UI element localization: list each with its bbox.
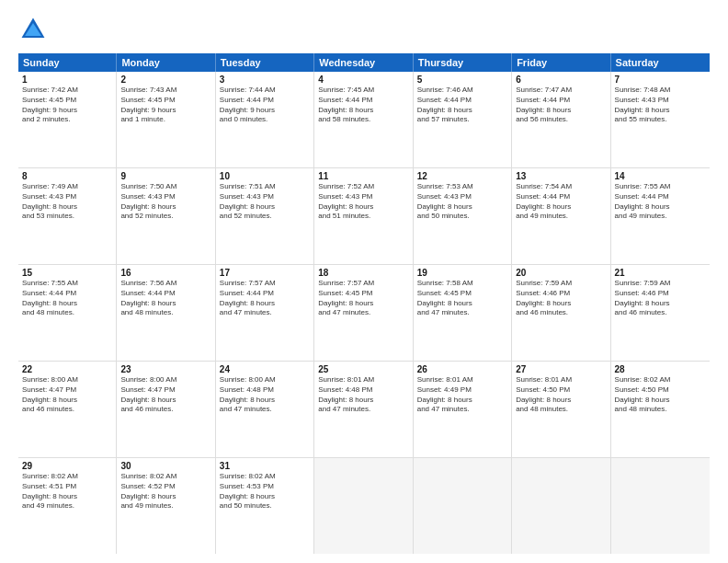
day-info: Sunrise: 8:00 AM Sunset: 4:47 PM Dayligh… [120,375,210,415]
cal-cell: 27Sunrise: 8:01 AM Sunset: 4:50 PM Dayli… [512,362,610,457]
day-info: Sunrise: 7:50 AM Sunset: 4:43 PM Dayligh… [120,182,210,222]
day-number: 29 [22,461,112,471]
cal-cell: 28Sunrise: 8:02 AM Sunset: 4:50 PM Dayli… [611,362,710,457]
day-number: 19 [417,268,507,278]
cal-cell: 22Sunrise: 8:00 AM Sunset: 4:47 PM Dayli… [18,362,117,457]
day-info: Sunrise: 7:57 AM Sunset: 4:45 PM Dayligh… [318,279,408,318]
cal-cell: 4Sunrise: 7:45 AM Sunset: 4:44 PM Daylig… [314,72,413,167]
cal-cell: 13Sunrise: 7:54 AM Sunset: 4:44 PM Dayli… [512,168,610,264]
day-number: 6 [516,75,606,85]
cal-cell: 12Sunrise: 7:53 AM Sunset: 4:43 PM Dayli… [414,168,512,264]
day-info: Sunrise: 7:55 AM Sunset: 4:44 PM Dayligh… [615,182,706,222]
cal-header-cell: Monday [117,53,215,72]
day-info: Sunrise: 8:02 AM Sunset: 4:52 PM Dayligh… [120,472,210,511]
day-number: 21 [615,268,706,278]
day-number: 23 [120,364,210,374]
day-info: Sunrise: 7:45 AM Sunset: 4:44 PM Dayligh… [318,86,408,125]
day-info: Sunrise: 7:58 AM Sunset: 4:45 PM Dayligh… [417,279,507,318]
cal-cell: 2Sunrise: 7:43 AM Sunset: 4:45 PM Daylig… [117,72,215,167]
day-number: 9 [120,171,210,181]
cal-cell: 20Sunrise: 7:59 AM Sunset: 4:46 PM Dayli… [512,265,610,361]
cal-header-cell: Friday [512,53,610,72]
day-number: 31 [220,461,310,471]
calendar-header: SundayMondayTuesdayWednesdayThursdayFrid… [18,53,710,72]
page: SundayMondayTuesdayWednesdayThursdayFrid… [0,0,728,563]
cal-cell: 19Sunrise: 7:58 AM Sunset: 4:45 PM Dayli… [414,265,512,361]
day-number: 14 [615,171,706,181]
cal-cell [611,458,710,554]
day-number: 8 [22,171,112,181]
cal-cell: 26Sunrise: 8:01 AM Sunset: 4:49 PM Dayli… [414,362,512,457]
cal-cell: 8Sunrise: 7:49 AM Sunset: 4:43 PM Daylig… [18,168,117,264]
day-number: 25 [318,364,408,374]
day-info: Sunrise: 7:43 AM Sunset: 4:45 PM Dayligh… [120,86,210,125]
day-number: 5 [417,75,507,85]
day-number: 13 [516,171,606,181]
day-info: Sunrise: 7:55 AM Sunset: 4:44 PM Dayligh… [22,279,112,318]
cal-cell: 3Sunrise: 7:44 AM Sunset: 4:44 PM Daylig… [216,72,314,167]
cal-cell [314,458,413,554]
cal-cell [414,458,512,554]
cal-cell: 24Sunrise: 8:00 AM Sunset: 4:48 PM Dayli… [216,362,314,457]
cal-header-cell: Wednesday [314,53,413,72]
cal-cell: 10Sunrise: 7:51 AM Sunset: 4:43 PM Dayli… [216,168,314,264]
day-info: Sunrise: 7:53 AM Sunset: 4:43 PM Dayligh… [417,182,507,222]
day-number: 2 [120,75,210,85]
cal-cell: 5Sunrise: 7:46 AM Sunset: 4:44 PM Daylig… [414,72,512,167]
day-info: Sunrise: 8:01 AM Sunset: 4:48 PM Dayligh… [318,375,408,415]
cal-cell: 29Sunrise: 8:02 AM Sunset: 4:51 PM Dayli… [18,458,117,554]
cal-cell: 11Sunrise: 7:52 AM Sunset: 4:43 PM Dayli… [314,168,413,264]
cal-cell: 1Sunrise: 7:42 AM Sunset: 4:45 PM Daylig… [18,72,117,167]
day-info: Sunrise: 7:52 AM Sunset: 4:43 PM Dayligh… [318,182,408,222]
cal-cell: 30Sunrise: 8:02 AM Sunset: 4:52 PM Dayli… [117,458,215,554]
cal-row: 15Sunrise: 7:55 AM Sunset: 4:44 PM Dayli… [18,265,710,362]
cal-row: 22Sunrise: 8:00 AM Sunset: 4:47 PM Dayli… [18,362,710,458]
day-number: 15 [22,268,112,278]
cal-cell: 23Sunrise: 8:00 AM Sunset: 4:47 PM Dayli… [117,362,215,457]
cal-cell: 16Sunrise: 7:56 AM Sunset: 4:44 PM Dayli… [117,265,215,361]
day-number: 27 [516,364,606,374]
day-number: 22 [22,364,112,374]
day-info: Sunrise: 7:57 AM Sunset: 4:44 PM Dayligh… [220,279,310,318]
cal-cell: 6Sunrise: 7:47 AM Sunset: 4:44 PM Daylig… [512,72,610,167]
day-info: Sunrise: 7:49 AM Sunset: 4:43 PM Dayligh… [22,182,112,222]
cal-cell: 9Sunrise: 7:50 AM Sunset: 4:43 PM Daylig… [117,168,215,264]
day-number: 12 [417,171,507,181]
logo-icon [18,15,48,44]
day-number: 10 [220,171,310,181]
day-info: Sunrise: 7:54 AM Sunset: 4:44 PM Dayligh… [516,182,606,222]
day-info: Sunrise: 7:47 AM Sunset: 4:44 PM Dayligh… [516,86,606,125]
cal-header-cell: Tuesday [216,53,314,72]
logo [18,15,51,44]
day-info: Sunrise: 7:42 AM Sunset: 4:45 PM Dayligh… [22,86,112,125]
day-info: Sunrise: 8:02 AM Sunset: 4:53 PM Dayligh… [220,472,310,511]
day-info: Sunrise: 8:00 AM Sunset: 4:48 PM Dayligh… [220,375,310,415]
calendar-body: 1Sunrise: 7:42 AM Sunset: 4:45 PM Daylig… [18,72,710,554]
cal-row: 29Sunrise: 8:02 AM Sunset: 4:51 PM Dayli… [18,458,710,554]
cal-cell: 31Sunrise: 8:02 AM Sunset: 4:53 PM Dayli… [216,458,314,554]
day-number: 4 [318,75,408,85]
cal-header-cell: Thursday [414,53,512,72]
day-number: 16 [120,268,210,278]
day-info: Sunrise: 7:51 AM Sunset: 4:43 PM Dayligh… [220,182,310,222]
calendar: SundayMondayTuesdayWednesdayThursdayFrid… [18,53,710,554]
cal-cell: 25Sunrise: 8:01 AM Sunset: 4:48 PM Dayli… [314,362,413,457]
day-number: 26 [417,364,507,374]
cal-header-cell: Saturday [611,53,710,72]
day-info: Sunrise: 8:00 AM Sunset: 4:47 PM Dayligh… [22,375,112,415]
header [18,15,710,44]
day-info: Sunrise: 7:59 AM Sunset: 4:46 PM Dayligh… [615,279,706,318]
day-info: Sunrise: 7:59 AM Sunset: 4:46 PM Dayligh… [516,279,606,318]
cal-cell: 17Sunrise: 7:57 AM Sunset: 4:44 PM Dayli… [216,265,314,361]
day-number: 18 [318,268,408,278]
day-number: 1 [22,75,112,85]
day-number: 28 [615,364,706,374]
cal-cell [512,458,610,554]
day-info: Sunrise: 7:46 AM Sunset: 4:44 PM Dayligh… [417,86,507,125]
cal-row: 8Sunrise: 7:49 AM Sunset: 4:43 PM Daylig… [18,168,710,265]
cal-cell: 21Sunrise: 7:59 AM Sunset: 4:46 PM Dayli… [611,265,710,361]
day-number: 17 [220,268,310,278]
cal-cell: 15Sunrise: 7:55 AM Sunset: 4:44 PM Dayli… [18,265,117,361]
day-info: Sunrise: 7:44 AM Sunset: 4:44 PM Dayligh… [220,86,310,125]
day-info: Sunrise: 7:56 AM Sunset: 4:44 PM Dayligh… [120,279,210,318]
